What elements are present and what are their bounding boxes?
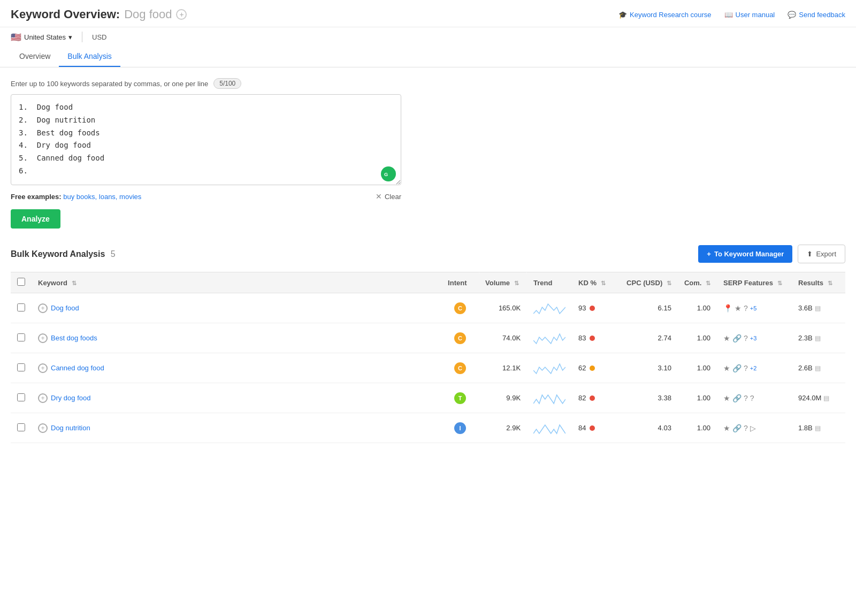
close-icon: ✕ xyxy=(376,192,382,201)
volume-value: 12.1K xyxy=(502,364,521,372)
keyword-cell: + Dry dog food xyxy=(38,393,435,403)
serp-feature-icon: ? xyxy=(744,304,748,313)
serp-feature-icon: ? xyxy=(744,394,748,402)
results-value: 2.6B xyxy=(798,364,813,372)
export-button[interactable]: ⬆ Export xyxy=(798,245,845,263)
row-checkbox-3[interactable] xyxy=(17,393,25,401)
keyword-cell: + Dog food xyxy=(38,303,435,313)
keyword-link[interactable]: Dry dog food xyxy=(51,394,90,402)
select-all-checkbox[interactable] xyxy=(17,278,25,286)
cpc-value: 6.15 xyxy=(658,304,671,312)
page-title: Keyword Overview: Dog food + xyxy=(11,7,187,21)
trend-chart xyxy=(533,420,565,435)
th-serp[interactable]: SERP Features ⇅ xyxy=(717,272,792,293)
com-value: 1.00 xyxy=(697,424,710,432)
serp-icons-group: ★🔗?▷ xyxy=(723,424,785,432)
intent-badge: C xyxy=(454,362,466,374)
keyword-cell: + Dog nutrition xyxy=(38,423,435,433)
keywords-textarea[interactable]: 1. Dog food 2. Dog nutrition 3. Best dog… xyxy=(11,94,401,185)
intent-badge: I xyxy=(454,422,466,434)
serp-plus-link[interactable]: +3 xyxy=(750,335,757,341)
free-examples-links[interactable]: buy books, loans, movies xyxy=(63,193,141,201)
document-icon: ▤ xyxy=(815,424,821,432)
upload-icon: ⬆ xyxy=(807,250,813,258)
results-value: 924.0M xyxy=(798,394,821,402)
row-checkbox-4[interactable] xyxy=(17,423,25,431)
country-selector[interactable]: 🇺🇸 United States ▾ xyxy=(11,32,72,42)
th-cpc[interactable]: CPC (USD) ⇅ xyxy=(620,272,678,293)
top-header: Keyword Overview: Dog food + 🎓 Keyword R… xyxy=(0,0,856,27)
th-intent[interactable]: Intent xyxy=(441,272,479,293)
intent-badge: C xyxy=(454,332,466,344)
serp-feature-icon: ★ xyxy=(735,304,742,313)
manual-link[interactable]: 📖 User manual xyxy=(724,11,775,19)
serp-plus-link[interactable]: +5 xyxy=(750,305,757,311)
examples-row: Free examples: buy books, loans, movies … xyxy=(11,192,401,201)
kd-dot-icon xyxy=(590,306,595,311)
kd-value: 82 xyxy=(578,394,586,402)
keyword-link[interactable]: Best dog foods xyxy=(51,334,97,342)
serp-feature-icon: 📍 xyxy=(723,304,732,313)
serp-icons-group: ★🔗?? xyxy=(723,394,785,402)
results-actions: + To Keyword Manager ⬆ Export xyxy=(698,245,845,263)
th-trend[interactable]: Trend xyxy=(527,272,572,293)
feedback-link[interactable]: 💬 Send feedback xyxy=(788,11,845,19)
to-keyword-manager-button[interactable]: + To Keyword Manager xyxy=(698,245,792,263)
clear-button[interactable]: ✕ Clear xyxy=(376,192,401,201)
row-checkbox-1[interactable] xyxy=(17,333,25,341)
volume-value: 165.0K xyxy=(499,304,521,312)
title-prefix: Keyword Overview: xyxy=(11,7,120,21)
table-header: Keyword ⇅ Intent Volume ⇅ Trend KD % ⇅ xyxy=(11,272,845,293)
chevron-down-icon: ▾ xyxy=(68,33,72,41)
tabs-container: Overview Bulk Analysis xyxy=(0,47,856,67)
add-row-keyword-btn[interactable]: + xyxy=(38,333,48,343)
keyword-link[interactable]: Dog nutrition xyxy=(51,424,90,432)
add-row-keyword-btn[interactable]: + xyxy=(38,363,48,373)
serp-icons-group: ★🔗?+2 xyxy=(723,364,785,372)
trend-chart xyxy=(533,390,565,405)
add-row-keyword-btn[interactable]: + xyxy=(38,393,48,403)
row-checkbox-2[interactable] xyxy=(17,363,25,371)
grammarly-button[interactable]: G xyxy=(381,166,396,181)
results-note: 1.8B ▤ xyxy=(798,424,839,432)
row-checkbox-0[interactable] xyxy=(17,303,25,311)
serp-feature-icon: 🔗 xyxy=(732,334,742,343)
add-row-keyword-btn[interactable]: + xyxy=(38,423,48,433)
currency-label: USD xyxy=(92,33,106,41)
add-keyword-icon-btn[interactable]: + xyxy=(176,9,187,20)
course-link[interactable]: 🎓 Keyword Research course xyxy=(618,11,711,19)
analyze-button[interactable]: Analyze xyxy=(11,209,60,229)
serp-feature-icon: 🔗 xyxy=(732,394,742,402)
serp-feature-icon: ? xyxy=(744,364,748,372)
th-com[interactable]: Com. ⇅ xyxy=(678,272,717,293)
cpc-value: 3.38 xyxy=(658,394,671,402)
results-header: Bulk Keyword Analysis 5 + To Keyword Man… xyxy=(11,245,845,263)
results-note: 2.6B ▤ xyxy=(798,364,839,372)
keyword-link[interactable]: Dog food xyxy=(51,304,79,312)
th-results[interactable]: Results ⇅ xyxy=(792,272,845,293)
document-icon: ▤ xyxy=(815,364,821,372)
serp-feature-icon: ★ xyxy=(723,424,730,432)
th-keyword[interactable]: Keyword ⇅ xyxy=(32,272,441,293)
results-table: Keyword ⇅ Intent Volume ⇅ Trend KD % ⇅ xyxy=(11,272,845,443)
sort-com-icon: ⇅ xyxy=(706,280,710,286)
serp-plus-link[interactable]: +2 xyxy=(750,365,757,371)
bulk-input-section: Enter up to 100 keywords separated by co… xyxy=(0,67,856,234)
keyword-link[interactable]: Canned dog food xyxy=(51,364,104,372)
kd-dot-icon xyxy=(590,336,595,341)
th-volume[interactable]: Volume ⇅ xyxy=(479,272,527,293)
kd-value: 93 xyxy=(578,304,586,312)
th-kd[interactable]: KD % ⇅ xyxy=(572,272,620,293)
cpc-value: 2.74 xyxy=(658,334,671,342)
volume-value: 74.0K xyxy=(502,334,521,342)
add-row-keyword-btn[interactable]: + xyxy=(38,303,48,313)
tab-overview[interactable]: Overview xyxy=(11,47,59,67)
th-checkbox xyxy=(11,272,32,293)
sort-results-icon: ⇅ xyxy=(828,280,832,286)
tab-bulk-analysis[interactable]: Bulk Analysis xyxy=(59,47,120,67)
com-value: 1.00 xyxy=(697,364,710,372)
serp-feature-icon: ? xyxy=(744,334,748,343)
plus-icon: + xyxy=(707,250,711,258)
table-row: + Canned dog food C12.1K 62 3.101.00★🔗?+… xyxy=(11,353,845,383)
document-icon: ▤ xyxy=(815,305,821,312)
